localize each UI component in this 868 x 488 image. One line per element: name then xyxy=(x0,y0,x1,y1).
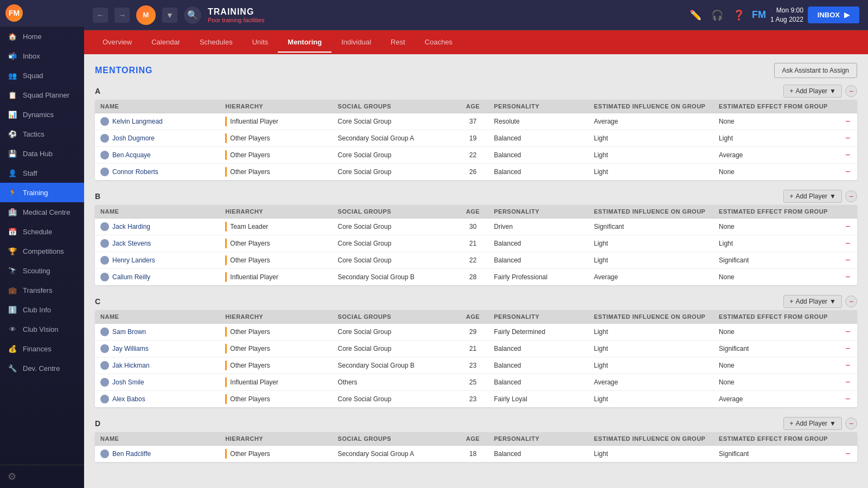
tab-individual[interactable]: Individual xyxy=(331,33,381,53)
sidebar-item-squad-planner[interactable]: 📋 Squad Planner xyxy=(0,85,84,105)
forward-button[interactable]: → xyxy=(114,8,130,23)
remove-group-button[interactable]: − xyxy=(845,85,857,97)
tab-coaches[interactable]: Coaches xyxy=(415,33,462,53)
remove-group-button[interactable]: − xyxy=(845,296,857,307)
player-name[interactable]: Jak Hickman xyxy=(100,361,214,370)
remove-player-button[interactable]: − xyxy=(838,374,857,391)
hierarchy-bar xyxy=(225,344,227,354)
add-player-label: Add Player xyxy=(795,87,827,95)
sidebar-item-label: Dynamics xyxy=(23,111,54,119)
hierarchy-cell: Other Players xyxy=(225,133,327,143)
ask-assistant-button[interactable]: Ask Assistant to Assign xyxy=(774,63,857,78)
effect: Average xyxy=(713,147,838,164)
add-player-button[interactable]: + Add Player ▼ xyxy=(783,190,842,203)
player-name[interactable]: Alex Babos xyxy=(100,395,214,403)
sidebar-item-schedule[interactable]: 📅 Schedule xyxy=(0,222,84,241)
sidebar-item-medical-centre[interactable]: 🏥 Medical Centre xyxy=(0,202,84,222)
sidebar-item-tactics[interactable]: ⚽ Tactics xyxy=(0,124,84,144)
sidebar-item-competitions[interactable]: 🏆 Competitions xyxy=(0,241,84,261)
sidebar-item-dynamics[interactable]: 📊 Dynamics xyxy=(0,105,84,124)
sidebar-item-club-vision[interactable]: 👁 Club Vision xyxy=(0,319,84,339)
tab-units[interactable]: Units xyxy=(242,33,278,53)
remove-player-button[interactable]: − xyxy=(838,252,857,269)
player-name[interactable]: Josh Smile xyxy=(100,378,214,387)
sidebar-item-inbox[interactable]: 📬 Inbox xyxy=(0,46,84,66)
sidebar-item-staff[interactable]: 👤 Staff xyxy=(0,163,84,183)
hierarchy-value: Other Players xyxy=(230,395,270,403)
sidebar-item-finances[interactable]: 💰 Finances xyxy=(0,339,84,358)
social-group: Secondary Social Group B xyxy=(333,357,457,374)
group-table-wrapper: NAME HIERARCHY SOCIAL GROUPS AGE PERSONA… xyxy=(95,432,857,462)
settings-icon[interactable]: ⚙ xyxy=(8,471,16,482)
effect: Light xyxy=(713,235,838,252)
remove-player-button[interactable]: − xyxy=(838,164,857,181)
remove-player-button[interactable]: − xyxy=(838,357,857,374)
sidebar-item-home[interactable]: 🏠 Home xyxy=(0,27,84,46)
add-player-button[interactable]: + Add Player ▼ xyxy=(783,417,842,430)
hierarchy-value: Other Players xyxy=(230,240,270,247)
player-name[interactable]: Connor Roberts xyxy=(100,168,214,176)
tab-rest[interactable]: Rest xyxy=(381,33,415,53)
headset-icon[interactable]: 🎧 xyxy=(709,7,726,24)
edit-icon[interactable]: ✏️ xyxy=(687,7,704,24)
hierarchy-bar xyxy=(225,394,227,404)
remove-player-button[interactable]: − xyxy=(838,324,857,341)
player-name[interactable]: Josh Dugmore xyxy=(100,134,214,143)
remove-player-button[interactable]: − xyxy=(838,130,857,147)
remove-player-button[interactable]: − xyxy=(838,391,857,408)
tab-calendar[interactable]: Calendar xyxy=(142,33,190,53)
sidebar-item-squad[interactable]: 👥 Squad xyxy=(0,66,84,85)
sidebar-item-transfers[interactable]: 💼 Transfers xyxy=(0,280,84,300)
player-name[interactable]: Sam Brown xyxy=(100,328,214,336)
add-player-button[interactable]: + Add Player ▼ xyxy=(783,295,842,308)
remove-group-button[interactable]: − xyxy=(845,190,857,202)
player-name[interactable]: Jack Stevens xyxy=(100,239,214,248)
sidebar-item-dev.-centre[interactable]: 🔧 Dev. Centre xyxy=(0,358,84,378)
tab-schedules[interactable]: Schedules xyxy=(190,33,242,53)
sidebar-item-scouting[interactable]: 🔭 Scouting xyxy=(0,261,84,280)
help-icon[interactable]: ❓ xyxy=(730,7,748,24)
remove-player-button[interactable]: − xyxy=(838,341,857,357)
social-group: Others xyxy=(333,374,457,391)
search-button[interactable]: 🔍 xyxy=(184,7,201,24)
game-date: Mon 9:00 1 Aug 2022 xyxy=(770,6,803,24)
add-player-button[interactable]: + Add Player ▼ xyxy=(783,85,842,98)
player-name[interactable]: Ben Acquaye xyxy=(100,151,214,159)
remove-group-button[interactable]: − xyxy=(845,418,857,429)
sidebar-item-data-hub[interactable]: 💾 Data Hub xyxy=(0,144,84,163)
dev. centre-icon: 🔧 xyxy=(8,363,17,373)
col-header-hierarchy: HIERARCHY xyxy=(220,205,332,219)
remove-player-button[interactable]: − xyxy=(838,147,857,164)
sidebar-item-label: Staff xyxy=(23,169,37,177)
group-B: B + Add Player ▼ − NAME HIERARCHY SOCIAL… xyxy=(95,190,857,285)
hierarchy-value: Other Players xyxy=(230,151,270,159)
player-name[interactable]: Jack Harding xyxy=(100,222,214,231)
player-name[interactable]: Callum Reilly xyxy=(100,273,214,281)
player-name[interactable]: Ben Radcliffe xyxy=(100,450,214,458)
tab-mentoring[interactable]: Mentoring xyxy=(278,33,331,53)
remove-player-button[interactable]: − xyxy=(838,113,857,130)
remove-player-button[interactable]: − xyxy=(838,219,857,235)
sidebar-item-training[interactable]: 🏃 Training xyxy=(0,183,84,202)
remove-player-button[interactable]: − xyxy=(838,235,857,252)
sidebar-item-label: Scouting xyxy=(23,267,50,275)
effect: None xyxy=(713,357,838,374)
player-name[interactable]: Jay Williams xyxy=(100,344,214,353)
tab-overview[interactable]: Overview xyxy=(93,33,142,53)
col-header-personality: PERSONALITY xyxy=(488,310,588,324)
sidebar-item-club-info[interactable]: ℹ️ Club Info xyxy=(0,300,84,319)
inbox-button[interactable]: INBOX ▶ xyxy=(808,7,859,23)
back-button[interactable]: ← xyxy=(93,8,108,23)
age: 21 xyxy=(457,235,489,252)
player-name[interactable]: Kelvin Langmead xyxy=(100,117,214,126)
player-name[interactable]: Henry Landers xyxy=(100,256,214,265)
sidebar-item-label: Home xyxy=(23,33,42,41)
effect: Light xyxy=(713,130,838,147)
col-header-effect: ESTIMATED EFFECT FROM GROUP xyxy=(713,205,838,219)
dropdown-button[interactable]: ▼ xyxy=(162,8,177,23)
personality: Balanced xyxy=(488,130,588,147)
remove-player-button[interactable]: − xyxy=(838,446,857,463)
hierarchy-bar xyxy=(225,239,227,248)
remove-player-button[interactable]: − xyxy=(838,269,857,286)
hierarchy-value: Other Players xyxy=(230,450,270,458)
